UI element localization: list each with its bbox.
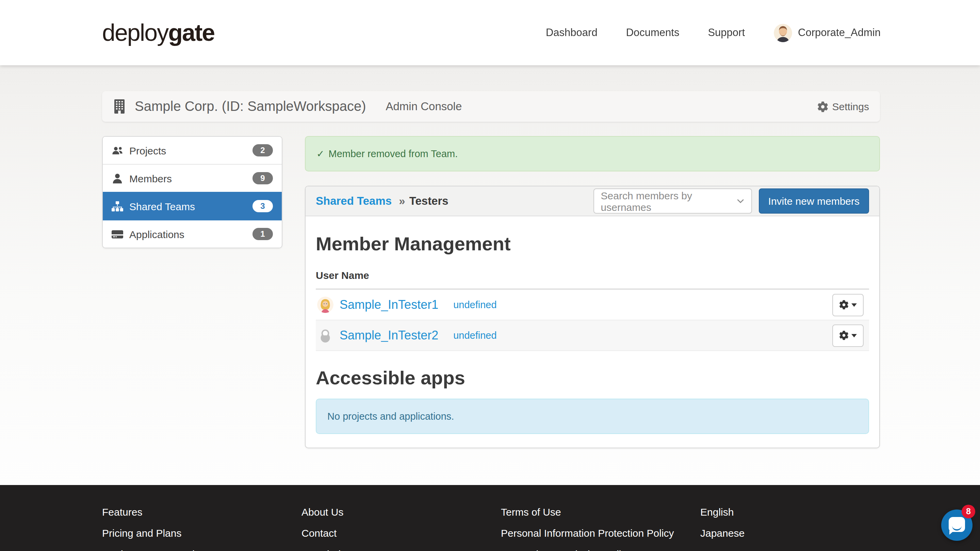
caret-down-icon	[851, 333, 857, 337]
footer-column-product: Features Pricing and Plans DeployGate En…	[102, 506, 301, 551]
footer-column-company: About Us Contact Knowledge Base	[301, 506, 501, 551]
member-row: Sample_InTester1 undefined	[316, 290, 869, 321]
accessible-apps-title: Accessible apps	[316, 367, 869, 389]
member-row: Sample_InTester2 undefined	[316, 321, 869, 351]
settings-label: Settings	[832, 101, 869, 112]
sidebar-item-shared-teams[interactable]: Shared Teams 3	[103, 192, 282, 220]
footer-column-legal: Terms of Use Personal Information Protec…	[501, 506, 700, 551]
nav-support[interactable]: Support	[708, 27, 745, 39]
sidebar-item-label: Applications	[129, 228, 185, 240]
panel-body: Member Management User Name Sample_InTes…	[305, 216, 879, 448]
settings-button[interactable]: Settings	[817, 101, 869, 112]
deploygate-logo[interactable]: deploygate	[102, 19, 215, 46]
footer: Features Pricing and Plans DeployGate En…	[0, 485, 980, 551]
user-menu[interactable]: Corporate_Admin	[773, 24, 881, 42]
footer-column-language: English Japanese	[700, 506, 900, 551]
nav-documents[interactable]: Documents	[626, 27, 679, 39]
chevron-down-icon	[736, 197, 744, 205]
members-count-badge: 9	[253, 172, 273, 184]
success-alert-text: Member removed from Team.	[328, 148, 458, 159]
footer-link-knowledge-base[interactable]: Knowledge Base	[301, 548, 378, 551]
sidebar-item-label: Members	[129, 172, 172, 184]
user-name-column-header: User Name	[316, 269, 869, 281]
users-icon	[111, 144, 123, 156]
invite-button-label: Invite new members	[768, 195, 859, 207]
footer-link-privacy[interactable]: Personal Information Protection Policy	[501, 527, 674, 539]
invite-new-members-button[interactable]: Invite new members	[759, 189, 869, 214]
search-members-select[interactable]: Search members by usernames	[593, 189, 752, 214]
user-icon	[111, 172, 123, 184]
footer-link-english[interactable]: English	[700, 506, 733, 518]
member-avatar	[317, 327, 334, 343]
footer-link-features[interactable]: Features	[102, 506, 142, 518]
panel-heading: Shared Teams »Testers Search members by …	[305, 186, 879, 216]
sidebar-item-label: Projects	[129, 144, 166, 156]
logo-bold-part: gate	[168, 19, 215, 46]
member-name-link[interactable]: Sample_InTester1	[340, 298, 438, 312]
breadcrumb: Shared Teams »Testers	[316, 195, 449, 208]
footer-link-terms[interactable]: Terms of Use	[501, 506, 561, 518]
member-name-link[interactable]: Sample_InTester2	[340, 328, 438, 343]
member-role-link[interactable]: undefined	[453, 299, 496, 310]
workspace-title: Sample Corp. (ID: SampleWorkspace)	[135, 98, 366, 114]
member-actions-dropdown[interactable]	[832, 294, 864, 316]
member-actions-dropdown[interactable]	[832, 324, 864, 346]
sidebar-item-applications[interactable]: Applications 1	[103, 220, 282, 248]
logo-light-part: deploy	[102, 19, 168, 46]
projects-count-badge: 2	[253, 144, 273, 156]
building-icon	[114, 99, 125, 114]
chat-unread-badge[interactable]: 8	[962, 505, 975, 518]
footer-link-japanese[interactable]: Japanese	[700, 527, 745, 539]
gear-icon	[839, 330, 849, 340]
caret-down-icon	[851, 303, 857, 306]
check-icon: ✓	[317, 148, 324, 159]
sidebar-item-projects[interactable]: Projects 2	[103, 137, 282, 164]
search-members-selected-value: Search members by usernames	[601, 189, 737, 213]
applications-count-badge: 1	[253, 228, 273, 240]
gear-icon	[817, 101, 828, 112]
no-apps-alert-text: No projects and applications.	[327, 411, 454, 422]
workspace-bar: Sample Corp. (ID: SampleWorkspace) Admin…	[102, 91, 880, 122]
breadcrumb-current: Testers	[409, 195, 449, 207]
breadcrumb-separator: »	[399, 195, 405, 207]
sidebar-item-label: Shared Teams	[129, 200, 195, 212]
breadcrumb-shared-teams-link[interactable]: Shared Teams	[316, 195, 392, 207]
nav-dashboard[interactable]: Dashboard	[546, 27, 598, 39]
footer-link-about[interactable]: About Us	[301, 506, 343, 518]
sidebar: Projects 2 Members 9 Shared Teams 3 Appl…	[102, 136, 282, 448]
footer-link-pricing[interactable]: Pricing and Plans	[102, 527, 181, 539]
top-header: deploygate Dashboard Documents Support C…	[0, 0, 980, 65]
top-nav: Dashboard Documents Support Corporate_Ad…	[546, 24, 881, 42]
main-content: ✓ Member removed from Team. Shared Teams…	[305, 136, 880, 448]
member-avatar	[317, 297, 334, 313]
sitemap-icon	[111, 200, 123, 212]
user-avatar	[773, 24, 792, 42]
shared-teams-count-badge: 3	[253, 200, 273, 212]
no-apps-alert: No projects and applications.	[316, 399, 869, 434]
applications-icon	[111, 228, 123, 240]
footer-link-external-transmission[interactable]: External Transmission Policy	[501, 548, 631, 551]
chat-bubble-tail	[950, 530, 954, 535]
admin-console-label: Admin Console	[386, 100, 462, 113]
footer-link-enterprise[interactable]: DeployGate Enterprise	[102, 548, 205, 551]
gear-icon	[839, 300, 849, 310]
success-alert: ✓ Member removed from Team.	[305, 136, 880, 171]
user-name: Corporate_Admin	[798, 27, 881, 39]
team-panel: Shared Teams »Testers Search members by …	[305, 186, 880, 448]
sidebar-item-members[interactable]: Members 9	[103, 164, 282, 192]
page: deploygate Dashboard Documents Support C…	[0, 0, 980, 551]
member-role-link[interactable]: undefined	[453, 330, 496, 341]
member-management-title: Member Management	[316, 233, 869, 255]
footer-link-contact[interactable]: Contact	[301, 527, 337, 539]
